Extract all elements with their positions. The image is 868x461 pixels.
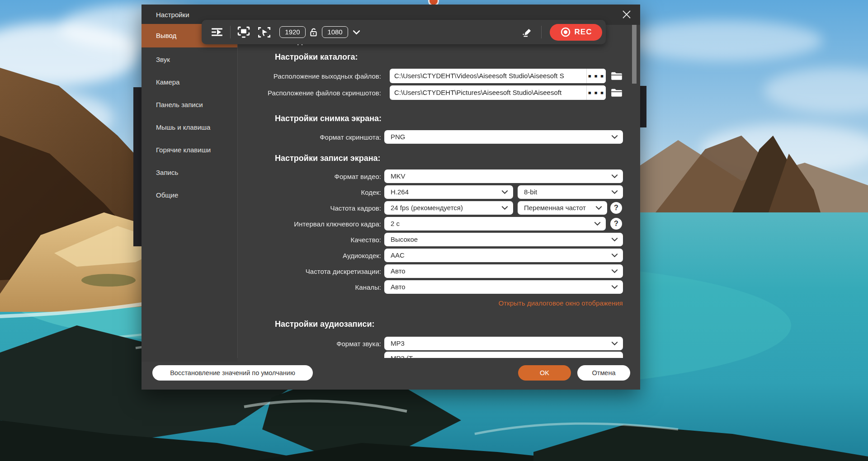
aspect-lock-button[interactable] bbox=[310, 28, 318, 37]
screenshot-format-label: Формат скриншота: bbox=[237, 133, 381, 141]
ok-button[interactable]: OK bbox=[518, 365, 571, 381]
keyframe-interval-label: Интервал ключевого кадра: bbox=[237, 220, 381, 228]
custom-region-icon bbox=[258, 27, 270, 38]
background-window-edge-left bbox=[133, 87, 142, 246]
audio-format-value: MP3 bbox=[391, 339, 405, 347]
sidebar-item-sound[interactable]: Звук bbox=[142, 48, 237, 71]
framerate-label: Частота кадров: bbox=[237, 204, 381, 212]
framerate-help-icon[interactable]: ? bbox=[610, 202, 622, 214]
quality-select[interactable]: Высокое bbox=[384, 233, 623, 246]
sidebar-item-recording[interactable]: Запись bbox=[142, 161, 237, 184]
sidebar-item-record-panel[interactable]: Панель записи bbox=[142, 94, 237, 116]
fullscreen-mode-button[interactable] bbox=[237, 26, 250, 38]
chevron-down-icon bbox=[594, 221, 601, 226]
size-presets-button[interactable] bbox=[353, 30, 360, 35]
clipped-next-value: MP3 (Т bbox=[384, 352, 623, 358]
toolbar-divider bbox=[541, 26, 542, 38]
toolbar-divider bbox=[230, 26, 231, 38]
chevron-down-icon bbox=[611, 174, 618, 179]
record-width-input[interactable]: 1920 bbox=[279, 26, 306, 38]
audio-codec-select[interactable]: AAC bbox=[384, 249, 623, 262]
chevron-down-icon bbox=[611, 285, 618, 289]
screenshot-format-value: PNG bbox=[391, 133, 406, 141]
section-heading-screenshot: Настройки снимка экрана: bbox=[275, 114, 382, 123]
keyframe-interval-select[interactable]: 2 с bbox=[384, 217, 606, 230]
display-fullscreen-icon bbox=[237, 26, 250, 38]
open-output-folder-button[interactable] bbox=[611, 71, 623, 81]
bit-depth-select[interactable]: 8-bit bbox=[518, 185, 623, 199]
sidebar-item-general[interactable]: Общие bbox=[142, 184, 237, 207]
sidebar-item-camera[interactable]: Камера bbox=[142, 71, 237, 94]
audio-format-label: Формат звука: bbox=[237, 340, 381, 348]
browse-output-button[interactable]: ■ ■ ■ bbox=[586, 69, 606, 83]
chevron-down-icon bbox=[611, 237, 618, 242]
chevron-down-icon bbox=[501, 190, 508, 194]
chevron-down-icon bbox=[595, 206, 602, 210]
section-heading-record: Настройки записи экрана: bbox=[275, 154, 381, 163]
screenshot-files-label: Расположение файлов скриншотов: bbox=[237, 89, 381, 97]
sample-rate-value: Авто bbox=[391, 267, 406, 275]
close-icon bbox=[622, 9, 632, 19]
section-heading-catalog: Настройки каталога: bbox=[275, 52, 358, 62]
scrollbar-thumb[interactable] bbox=[632, 25, 637, 84]
chevron-down-icon bbox=[353, 30, 360, 35]
open-screenshot-folder-button[interactable] bbox=[611, 87, 623, 98]
dialog-title: Настройки bbox=[156, 5, 189, 25]
custom-region-button[interactable] bbox=[258, 27, 270, 38]
browse-screenshot-button[interactable]: ■ ■ ■ bbox=[586, 85, 606, 100]
clipped-next-select[interactable]: MP3 (Т bbox=[384, 352, 623, 358]
output-files-path-field[interactable]: C:\Users\CTYDEHT\Videos\Aiseesoft Studio… bbox=[390, 69, 606, 83]
section-heading-audio: Настройки аудиозаписи: bbox=[275, 320, 375, 329]
video-format-label: Формат видео: bbox=[237, 173, 381, 180]
bit-depth-value: 8-bit bbox=[524, 188, 537, 196]
screenshot-files-path-value[interactable]: C:\Users\CTYDEHT\Pictures\Aiseesoft Stud… bbox=[390, 85, 586, 100]
pencil-icon bbox=[521, 27, 533, 38]
screenshot-format-select[interactable]: PNG bbox=[384, 130, 623, 144]
keyframe-interval-value: 2 с bbox=[391, 220, 400, 227]
framerate-select[interactable]: 24 fps (рекомендуется) bbox=[384, 201, 513, 215]
codec-value: H.264 bbox=[391, 188, 409, 196]
chevron-down-icon bbox=[611, 269, 618, 273]
sidebar-item-hotkeys[interactable]: Горячие клавиши bbox=[142, 139, 237, 161]
channels-value: Авто bbox=[391, 283, 406, 291]
audio-codec-value: AAC bbox=[391, 251, 405, 259]
desktop: Настройки Вывод Звук Камера Панель запис… bbox=[0, 0, 868, 461]
keyframe-help-icon[interactable]: ? bbox=[610, 218, 622, 230]
audio-format-select[interactable]: MP3 bbox=[384, 337, 623, 350]
sample-rate-select[interactable]: Авто bbox=[384, 264, 623, 278]
open-display-dialog-link[interactable]: Открыть диалоговое окно отображения bbox=[499, 299, 623, 307]
annotate-button[interactable] bbox=[521, 27, 533, 38]
folder-icon bbox=[611, 87, 623, 98]
record-height-input[interactable]: 1080 bbox=[322, 26, 348, 38]
quality-label: Качество: bbox=[237, 236, 381, 244]
sample-rate-label: Частота дискретизации: bbox=[237, 268, 381, 275]
channels-select[interactable]: Авто bbox=[384, 280, 623, 294]
sidebar-item-mouse-key[interactable]: Мышь и клавиша bbox=[142, 116, 237, 139]
screenshot-files-path-field[interactable]: C:\Users\CTYDEHT\Pictures\Aiseesoft Stud… bbox=[390, 85, 606, 100]
framerate-mode-value: Переменная частот bbox=[524, 204, 586, 212]
recorder-toolbar: 1920 1080 bbox=[202, 20, 606, 44]
cancel-button[interactable]: Отмена bbox=[577, 365, 630, 381]
codec-label: Кодек: bbox=[237, 188, 381, 196]
chevron-down-icon bbox=[611, 341, 618, 346]
background-window-edge-right bbox=[640, 86, 646, 127]
lock-open-icon bbox=[310, 28, 318, 37]
folder-icon bbox=[611, 71, 623, 81]
record-icon bbox=[560, 27, 571, 38]
output-files-path-value[interactable]: C:\Users\CTYDEHT\Videos\Aiseesoft Studio… bbox=[390, 69, 586, 83]
chevron-down-icon bbox=[611, 135, 618, 139]
panel-arrow-icon bbox=[211, 27, 223, 37]
video-format-select[interactable]: MKV bbox=[384, 169, 623, 183]
close-button[interactable] bbox=[619, 7, 634, 22]
chevron-down-icon bbox=[611, 190, 618, 194]
framerate-mode-select[interactable]: Переменная частот bbox=[518, 201, 607, 215]
collapse-panel-button[interactable] bbox=[211, 27, 223, 37]
rec-button[interactable]: REC bbox=[550, 24, 602, 41]
audio-codec-label: Аудиокодек: bbox=[237, 252, 381, 259]
framerate-value: 24 fps (рекомендуется) bbox=[391, 204, 463, 212]
restore-defaults-button[interactable]: Восстановление значений по умолчанию bbox=[152, 365, 313, 381]
codec-select[interactable]: H.264 bbox=[384, 185, 513, 199]
chevron-down-icon bbox=[501, 206, 508, 210]
chevron-down-icon bbox=[611, 253, 618, 258]
video-format-value: MKV bbox=[391, 172, 406, 180]
